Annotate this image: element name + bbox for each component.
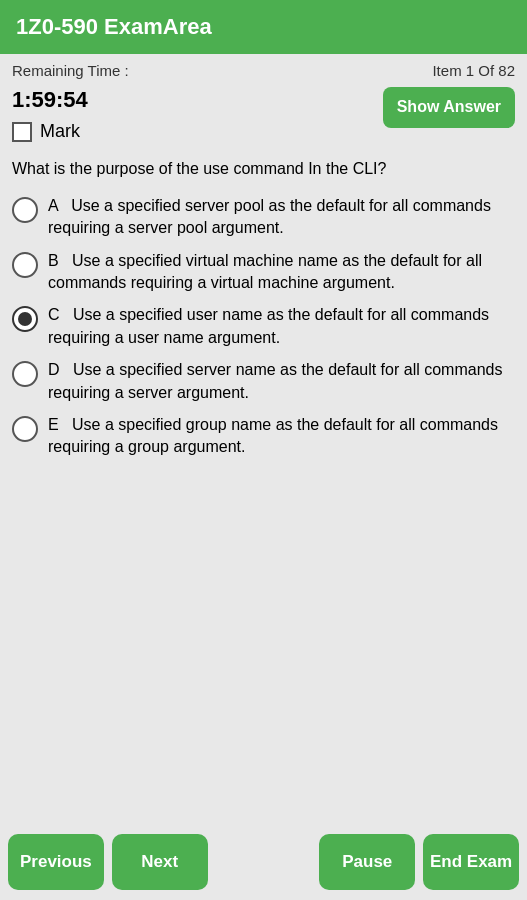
- timer-row: 1:59:54 Mark Show Answer: [0, 83, 527, 150]
- previous-button[interactable]: Previous: [8, 834, 104, 890]
- option-e-letter: E: [48, 416, 59, 433]
- option-a-letter: A: [48, 197, 58, 214]
- option-d-letter: D: [48, 361, 60, 378]
- mark-checkbox[interactable]: [12, 122, 32, 142]
- question-text: What is the purpose of the use command I…: [12, 158, 515, 180]
- question-content: What is the purpose of the use command I…: [0, 150, 527, 824]
- option-a-row[interactable]: A Use a specified server pool as the def…: [12, 195, 515, 240]
- next-button[interactable]: Next: [112, 834, 208, 890]
- end-exam-button[interactable]: End Exam: [423, 834, 519, 890]
- option-b-letter: B: [48, 252, 59, 269]
- pause-button[interactable]: Pause: [319, 834, 415, 890]
- option-e-row[interactable]: E Use a specified group name as the defa…: [12, 414, 515, 459]
- option-b-row[interactable]: B Use a specified virtual machine name a…: [12, 250, 515, 295]
- app-title: 1Z0-590 ExamArea: [16, 14, 212, 39]
- option-b-radio[interactable]: [12, 252, 38, 278]
- bottom-bar: Previous Next Pause End Exam: [0, 824, 527, 900]
- option-a-radio[interactable]: [12, 197, 38, 223]
- mark-label: Mark: [40, 121, 80, 142]
- option-c-letter: C: [48, 306, 60, 323]
- option-c-row[interactable]: C Use a specified user name as the defau…: [12, 304, 515, 349]
- show-answer-button[interactable]: Show Answer: [383, 87, 515, 128]
- option-b-text: B Use a specified virtual machine name a…: [48, 250, 515, 295]
- spacer: [216, 834, 312, 890]
- meta-row: Remaining Time : Item 1 Of 82: [0, 54, 527, 83]
- option-d-text: D Use a specified server name as the def…: [48, 359, 515, 404]
- timer-display: 1:59:54: [12, 87, 88, 113]
- timer-left: 1:59:54 Mark: [12, 87, 88, 142]
- option-e-text: E Use a specified group name as the defa…: [48, 414, 515, 459]
- radio-selected-indicator: [18, 312, 32, 326]
- option-a-text: A Use a specified server pool as the def…: [48, 195, 515, 240]
- option-d-radio[interactable]: [12, 361, 38, 387]
- option-d-row[interactable]: D Use a specified server name as the def…: [12, 359, 515, 404]
- item-label: Item 1 Of 82: [432, 62, 515, 79]
- option-e-radio[interactable]: [12, 416, 38, 442]
- app-header: 1Z0-590 ExamArea: [0, 0, 527, 54]
- mark-row: Mark: [12, 121, 88, 142]
- option-c-radio[interactable]: [12, 306, 38, 332]
- remaining-label: Remaining Time :: [12, 62, 129, 79]
- option-c-text: C Use a specified user name as the defau…: [48, 304, 515, 349]
